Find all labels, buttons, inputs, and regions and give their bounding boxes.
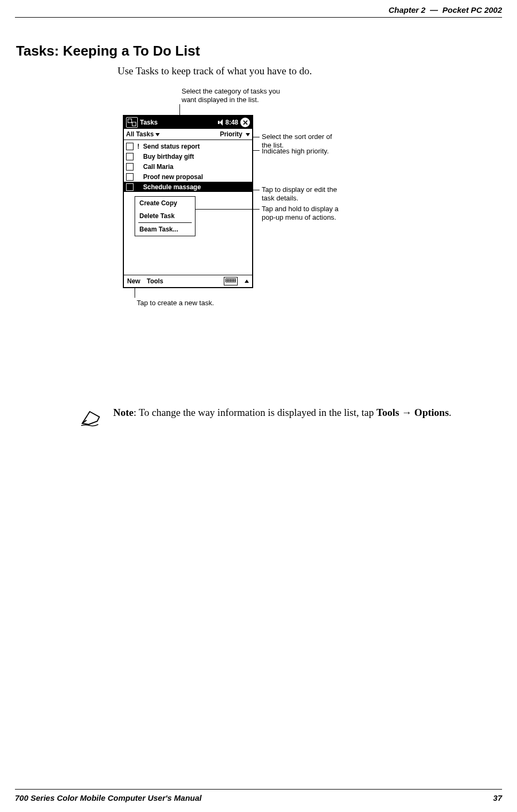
callout-top: Select the category of tasks you want di… — [182, 87, 288, 104]
menu-delete-task[interactable]: Delete Task — [135, 210, 195, 222]
task-row-selected[interactable]: Schedule massage — [124, 182, 252, 192]
task-row[interactable]: Proof new proposal — [124, 172, 252, 182]
note-options: Options — [414, 407, 449, 418]
task-label: Call Maria — [143, 163, 174, 171]
note-period: . — [449, 407, 451, 418]
header-title: Pocket PC 2002 — [442, 5, 502, 14]
callout-new: Tap to create a new task. — [137, 299, 244, 307]
speaker-icon[interactable] — [218, 119, 223, 126]
task-row[interactable]: ! Send status report — [124, 141, 252, 151]
callout-line — [253, 150, 260, 151]
callout-line — [195, 209, 260, 210]
keyboard-icon[interactable] — [224, 277, 238, 285]
callout-line — [135, 287, 135, 298]
page-header: Chapter 2 — Pocket PC 2002 — [388, 5, 502, 14]
title-bar: Tasks 8:48 ✕ — [124, 116, 252, 129]
note-text: Note: To change the way information is d… — [113, 406, 451, 419]
filter-bar: All Tasks Priority — [124, 129, 252, 140]
filter-category[interactable]: All Tasks — [126, 130, 160, 138]
tools-button[interactable]: Tools — [147, 277, 163, 285]
task-label: Schedule massage — [143, 183, 201, 191]
filter-sort[interactable]: Priority — [220, 130, 250, 138]
chevron-down-icon — [155, 133, 160, 136]
start-icon[interactable] — [126, 117, 138, 128]
chevron-down-icon — [246, 133, 250, 136]
chevron-up-icon[interactable] — [245, 280, 249, 283]
task-checkbox[interactable] — [126, 163, 134, 171]
footer-manual-title: 700 Series Color Mobile Computer User's … — [15, 793, 202, 802]
priority-indicator: ! — [136, 143, 141, 150]
menu-beam-task[interactable]: Beam Task... — [135, 223, 195, 236]
section-heading: Tasks: Keeping a To Do List — [16, 43, 200, 59]
header-rule — [15, 17, 502, 18]
task-checkbox[interactable] — [126, 153, 134, 160]
note-icon — [79, 406, 104, 428]
footer-page-number: 37 — [493, 793, 502, 802]
task-row[interactable]: Buy birthday gift — [124, 151, 252, 161]
menu-create-copy[interactable]: Create Copy — [135, 197, 195, 210]
context-menu: Create Copy Delete Task Beam Task... — [135, 196, 195, 236]
new-button[interactable]: New — [127, 277, 140, 285]
task-checkbox[interactable] — [126, 183, 134, 191]
task-row[interactable]: Call Maria — [124, 161, 252, 172]
task-label: Send status report — [143, 143, 200, 150]
header-sep: — — [430, 5, 438, 14]
note-row: Note: To change the way information is d… — [79, 406, 501, 428]
callout-priority: Indicates high priority. — [262, 147, 347, 156]
arrow-right-icon: → — [402, 407, 412, 418]
app-title: Tasks — [140, 119, 158, 126]
task-checkbox[interactable] — [126, 143, 134, 150]
close-icon[interactable]: ✕ — [240, 118, 250, 127]
command-bar: New Tools — [124, 275, 252, 287]
footer-rule — [15, 789, 502, 790]
note-body-1: : To change the way information is displ… — [134, 407, 377, 418]
note-label: Note — [113, 407, 134, 418]
callout-popup: Tap and hold to display a pop-up menu of… — [262, 205, 352, 221]
callout-line — [253, 137, 260, 137]
task-label: Proof new proposal — [143, 173, 203, 181]
note-tools: Tools — [377, 407, 400, 418]
header-chapter: Chapter 2 — [388, 5, 425, 14]
task-list: ! Send status report Buy birthday gift C… — [124, 140, 252, 192]
task-checkbox[interactable] — [126, 173, 134, 181]
task-label: Buy birthday gift — [143, 153, 194, 160]
device-screen: Tasks 8:48 ✕ All Tasks Priority ! Send s… — [123, 115, 253, 288]
figure-area: Select the category of tasks you want di… — [118, 83, 401, 404]
clock-time: 8:48 — [225, 119, 238, 126]
callout-line — [253, 190, 260, 190]
callout-details: Tap to display or edit the task details. — [262, 185, 347, 202]
intro-text: Use Tasks to keep track of what you have… — [118, 65, 312, 77]
